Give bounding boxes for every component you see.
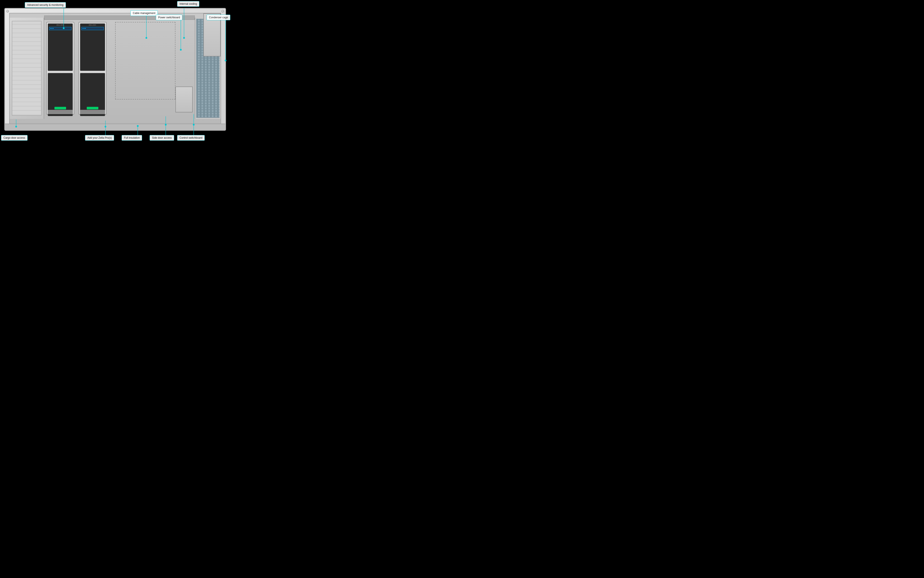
label-text: Internal cooling [180, 2, 197, 5]
label-text: Cable management [133, 11, 155, 15]
label-text: Control switchboard [180, 136, 202, 139]
dot-add-zella [105, 126, 106, 127]
rack-top-module-right [80, 23, 105, 71]
control-switchboard-visual [175, 86, 193, 112]
bolt-tr [222, 10, 224, 13]
label-condenser-cage: Condenser cage [207, 15, 230, 20]
label-text: Add your Zella Pro(s) [87, 136, 112, 139]
container-body [4, 8, 226, 131]
rack-dot [83, 28, 83, 29]
rack-indicator-right [87, 107, 99, 109]
label-advanced-security: Advanced security & monitoring [25, 2, 66, 8]
label-cargo-door: Cargo door access [1, 135, 28, 141]
dot-control-switchboard [193, 124, 194, 125]
expansion-space [115, 22, 175, 99]
label-text: Side door access [152, 136, 172, 139]
rack-bottom-module-left [48, 73, 73, 116]
container-interior [9, 13, 221, 126]
dot-advanced-security [63, 28, 65, 29]
rack-bottom-module-right [80, 73, 105, 116]
label-text: Advanced security & monitoring [27, 3, 63, 6]
rack-dot [52, 28, 52, 29]
dot-full-insulation [137, 125, 139, 127]
rack-right [79, 22, 107, 115]
dot-cargo-door [15, 126, 17, 127]
rack-dot [50, 28, 51, 29]
dot-condenser-cage [225, 60, 227, 62]
label-text: Power switchboard [158, 16, 180, 19]
dot-internal-cooling [183, 37, 185, 39]
rack-base-right [80, 110, 105, 114]
scene: Advanced security & monitoring Internal … [0, 0, 231, 144]
label-full-insulation: Full insulation [121, 135, 142, 141]
rack-dot [53, 28, 53, 29]
racks-area [46, 22, 111, 115]
floor [5, 123, 225, 130]
rack-base-left [48, 110, 73, 114]
dot-cable-management [146, 37, 147, 39]
label-text: Full insulation [124, 136, 140, 139]
label-text: Condenser cage [209, 16, 228, 19]
label-text: Cargo door access [3, 136, 25, 139]
rack-left [46, 22, 74, 115]
cargo-door-panel [12, 21, 42, 116]
label-add-zella: Add your Zella Pro(s) [85, 135, 114, 141]
rack-dots-right [83, 28, 86, 29]
rack-dot [85, 28, 86, 29]
rack-indicator-left [55, 107, 66, 109]
rack-top-module-left [48, 23, 73, 71]
cargo-door-visual [10, 18, 44, 119]
rack-dots-left [50, 28, 53, 29]
rack-dot [84, 28, 84, 29]
label-power-switchboard: Power switchboard [156, 15, 182, 20]
bolt-tl [6, 10, 9, 13]
label-side-door: Side door access [150, 135, 174, 141]
label-internal-cooling: Internal cooling [177, 1, 199, 6]
dot-power-switchboard [180, 49, 182, 50]
dot-side-door [165, 124, 167, 125]
label-control-switchboard: Control switchboard [177, 135, 205, 141]
label-cable-management: Cable management [130, 10, 158, 16]
